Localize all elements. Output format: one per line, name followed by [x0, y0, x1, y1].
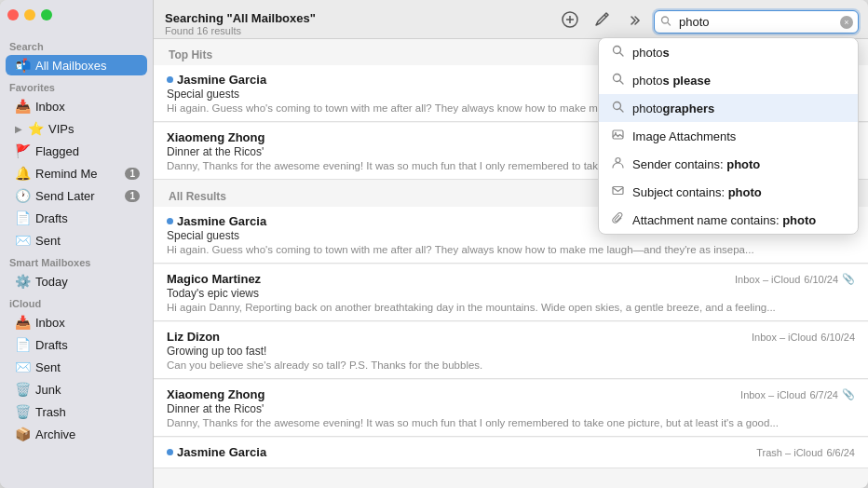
dropdown-item-sender-contains[interactable]: Sender contains: photo — [599, 150, 858, 178]
email-mailbox: Trash – iCloud — [756, 447, 822, 458]
minimize-button[interactable] — [24, 9, 35, 20]
send-later-badge: 1 — [125, 190, 140, 202]
dropdown-item-photos-please[interactable]: photos please — [599, 66, 858, 94]
paperclip-icon — [610, 212, 625, 227]
dropdown-item-image-attachments[interactable]: Image Attachments — [599, 122, 858, 150]
email-meta: Inbox – iCloud 6/10/24 📎 — [735, 273, 855, 285]
search-subtitle: Found 16 results — [165, 25, 549, 36]
svg-rect-8 — [613, 187, 623, 195]
sidebar-item-today[interactable]: ⚙️ Today — [6, 271, 147, 291]
window-chrome — [7, 9, 52, 20]
svg-point-7 — [616, 158, 620, 163]
top-toolbar: Searching "All Mailboxes" Found 16 resul… — [154, 0, 868, 39]
dropdown-item-photographers[interactable]: photographers — [599, 94, 858, 122]
svg-point-3 — [613, 75, 620, 82]
sidebar-item-icloud-archive[interactable]: 📦 Archive — [6, 424, 147, 444]
email-item[interactable]: Xiaomeng Zhong Inbox – iCloud 6/7/24 📎 D… — [154, 380, 868, 437]
email-sender: Jasmine Garcia — [167, 73, 266, 87]
search-title: Searching "All Mailboxes" — [165, 11, 549, 25]
email-preview: Danny, Thanks for the awesome evening! I… — [167, 417, 855, 428]
email-time: 6/6/24 — [826, 447, 855, 458]
sidebar-item-drafts[interactable]: 📄 Drafts — [6, 208, 147, 228]
email-meta: Inbox – iCloud 6/10/24 — [752, 332, 855, 343]
search-suggestion-icon — [610, 45, 625, 60]
sidebar-item-flagged[interactable]: 🚩 Flagged — [6, 141, 147, 161]
email-item[interactable]: Magico Martinez Inbox – iCloud 6/10/24 📎… — [154, 264, 868, 321]
maximize-button[interactable] — [41, 9, 52, 20]
email-sender: Liz Dizon — [167, 330, 220, 344]
sidebar-item-sent[interactable]: ✉️ Sent — [6, 230, 147, 251]
chevrons-icon[interactable] — [622, 9, 644, 35]
unread-dot — [167, 218, 173, 224]
person-icon — [610, 156, 625, 171]
drafts-icon: 📄 — [15, 210, 30, 225]
sidebar-item-icloud-inbox[interactable]: 📥 Inbox — [6, 312, 147, 332]
new-message-icon[interactable] — [559, 8, 581, 35]
sidebar-item-inbox[interactable]: 📥 Inbox — [6, 96, 147, 116]
svg-point-1 — [662, 17, 669, 23]
dropdown-text: Subject contains: photo — [632, 185, 762, 199]
search-clear-button[interactable]: × — [840, 16, 853, 29]
dropdown-text: photos please — [632, 74, 711, 88]
icloud-section-label: iCloud — [0, 292, 153, 311]
dropdown-item-attachment-name[interactable]: Attachment name contains: photo — [599, 206, 858, 234]
search-section-label: Search — [0, 35, 153, 54]
search-input[interactable] — [654, 10, 859, 34]
email-item[interactable]: Liz Dizon Inbox – iCloud 6/10/24 Growing… — [154, 322, 868, 379]
content-area: Searching "All Mailboxes" Found 16 resul… — [154, 0, 868, 488]
email-mailbox: Inbox – iCloud — [752, 332, 817, 343]
sidebar-item-remind-me[interactable]: 🔔 Remind Me 1 — [6, 163, 147, 183]
dropdown-text: photos — [632, 46, 670, 60]
email-time: 6/7/24 — [809, 389, 838, 400]
inbox-icon: 📥 — [15, 99, 30, 114]
email-meta: Trash – iCloud 6/6/24 — [756, 447, 855, 458]
dropdown-text-photographers: photographers — [632, 102, 714, 115]
attachment-icon: 📎 — [842, 273, 855, 285]
icloud-sent-icon: ✉️ — [15, 359, 30, 374]
sidebar-item-icloud-drafts[interactable]: 📄 Drafts — [6, 334, 147, 355]
email-subject: Today's epic views — [167, 287, 855, 300]
email-meta: Inbox – iCloud 6/7/24 📎 — [740, 388, 855, 400]
email-subject: Dinner at the Ricos' — [167, 402, 855, 415]
search-box-wrapper: × photos photos please — [654, 10, 859, 34]
vips-icon: ⭐ — [28, 121, 43, 136]
sidebar-item-all-mailboxes[interactable]: 📬 All Mailboxes — [6, 55, 147, 75]
svg-point-4 — [613, 102, 620, 110]
dropdown-item-subject-contains[interactable]: Subject contains: photo — [599, 178, 858, 206]
unread-dot — [167, 76, 173, 83]
remind-me-badge: 1 — [125, 168, 140, 180]
smart-mailboxes-section-label: Smart Mailboxes — [0, 251, 153, 270]
email-item[interactable]: Jasmine Garcia Trash – iCloud 6/6/24 — [154, 438, 868, 468]
image-icon — [610, 129, 625, 143]
email-preview: Hi again. Guess who's coming to town wit… — [167, 244, 855, 255]
search-suggestion-icon — [610, 73, 625, 88]
email-subject: Growing up too fast! — [167, 345, 855, 358]
icloud-archive-icon: 📦 — [15, 427, 30, 441]
today-icon: ⚙️ — [15, 274, 30, 289]
sidebar-item-vips[interactable]: ▶ ⭐ VIPs — [6, 118, 147, 139]
sidebar: Search 📬 All Mailboxes Favorites 📥 Inbox… — [0, 0, 154, 488]
send-later-icon: 🕐 — [15, 188, 30, 203]
email-sender: Jasmine Garcia — [167, 214, 266, 228]
close-button[interactable] — [7, 9, 19, 20]
email-preview: Can you believe she's already so tall? P… — [167, 359, 855, 371]
dropdown-item-photos[interactable]: photos — [599, 38, 858, 66]
sidebar-item-label: All Mailboxes — [35, 59, 140, 73]
icloud-inbox-icon: 📥 — [15, 315, 30, 330]
search-dropdown: photos photos please photographers — [598, 37, 859, 235]
sidebar-item-icloud-sent[interactable]: ✉️ Sent — [6, 357, 147, 377]
dropdown-text: Sender contains: photo — [632, 157, 760, 171]
compose-icon[interactable] — [590, 8, 613, 35]
sidebar-item-icloud-junk[interactable]: 🗑️ Junk — [6, 379, 147, 400]
email-sender: Jasmine Garcia — [167, 445, 266, 459]
sidebar-item-icloud-trash[interactable]: 🗑️ Trash — [6, 401, 147, 422]
svg-rect-5 — [613, 130, 623, 139]
flagged-icon: 🚩 — [15, 143, 30, 158]
email-sender: Xiaomeng Zhong — [167, 387, 264, 401]
icloud-junk-icon: 🗑️ — [15, 382, 30, 397]
sidebar-item-send-later[interactable]: 🕐 Send Later 1 — [6, 185, 147, 206]
email-sender: Magico Martinez — [167, 272, 261, 286]
dropdown-text: Image Attachments — [632, 129, 736, 143]
sent-icon: ✉️ — [15, 233, 30, 248]
chevron-icon: ▶ — [15, 124, 22, 134]
